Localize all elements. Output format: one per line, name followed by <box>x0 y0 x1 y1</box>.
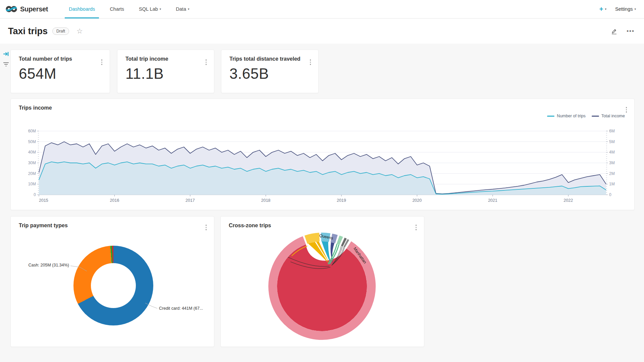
svg-text:1M: 1M <box>609 182 615 186</box>
new-item-button[interactable]: + ▾ <box>599 5 606 13</box>
svg-text:40M: 40M <box>28 150 36 155</box>
svg-text:60M: 60M <box>28 129 36 133</box>
svg-text:2017: 2017 <box>185 198 195 203</box>
chart-menu-icon[interactable] <box>309 58 313 66</box>
nav-item-label: Charts <box>110 6 124 12</box>
svg-text:20M: 20M <box>28 171 36 176</box>
kpi-card-total-trips: Total number of trips 654M <box>10 50 110 93</box>
filter-icon[interactable] <box>3 62 9 68</box>
svg-text:2021: 2021 <box>488 198 497 203</box>
favorite-star-icon[interactable]: ☆ <box>76 27 83 35</box>
legend-label: Number of trips <box>557 114 585 118</box>
kpi-card-trip-income: Total trip income 11.1B <box>117 50 214 93</box>
chevron-down-icon: ▾ <box>160 7 161 11</box>
legend-item[interactable]: Total income <box>592 114 625 118</box>
svg-text:10M: 10M <box>28 182 36 186</box>
payment-donut-chart[interactable] <box>73 246 153 325</box>
cross-zone-card: Cross-zone trips QueensManhattan <box>220 216 424 347</box>
settings-menu[interactable]: Settings ▾ <box>615 6 636 12</box>
kpi-value: 3.65B <box>229 65 269 82</box>
kpi-title: Total number of trips <box>19 56 72 62</box>
donut-hole <box>91 263 136 308</box>
chart-title: Trip payment types <box>19 223 68 229</box>
chevron-down-icon: ▾ <box>188 7 190 11</box>
chart-menu-icon[interactable] <box>625 106 629 114</box>
chart-menu-icon[interactable] <box>414 223 418 232</box>
status-badge: Draft <box>52 27 69 35</box>
kpi-title: Trips total distance traveled <box>229 56 301 62</box>
dashboard-header: Taxi trips Draft ☆ ••• <box>0 19 644 44</box>
top-navbar: Superset Dashboards Charts SQL Lab ▾ Dat… <box>0 0 644 18</box>
svg-text:50M: 50M <box>28 139 36 144</box>
chart-menu-icon[interactable] <box>204 223 208 232</box>
pie-label-cash: Cash: 205M (31.34%) <box>17 263 69 267</box>
svg-text:30M: 30M <box>28 161 36 165</box>
trips-income-card: Trips income Number of tripsTotal income… <box>10 99 635 210</box>
chart-legend: Number of tripsTotal income <box>547 114 625 118</box>
nav-item-sql-lab[interactable]: SQL Lab ▾ <box>131 0 168 18</box>
svg-text:2018: 2018 <box>261 198 270 203</box>
chart-menu-icon[interactable] <box>204 58 208 66</box>
more-actions-icon[interactable]: ••• <box>627 28 635 35</box>
payment-types-card: Trip payment types Cash: 205M (31.34%) C… <box>10 216 214 347</box>
legend-swatch <box>592 116 599 117</box>
superset-infinity-icon <box>5 5 17 13</box>
legend-label: Total income <box>601 114 625 118</box>
chevron-down-icon: ▾ <box>605 7 607 11</box>
nav-item-label: Dashboards <box>69 6 95 12</box>
svg-text:3M: 3M <box>609 161 615 165</box>
pie-label-credit: Credit card: 441M (67... <box>159 306 203 311</box>
svg-text:2015: 2015 <box>39 198 48 203</box>
chevron-down-icon: ▾ <box>634 7 636 11</box>
kpi-card-distance: Trips total distance traveled 3.65B <box>221 50 319 93</box>
chart-title: Trips income <box>19 105 52 111</box>
trips-income-canvas[interactable]: 010M20M30M40M50M60M01M2M3M4M5M6M20152016… <box>17 126 628 206</box>
brand-name: Superset <box>20 5 48 13</box>
expand-filter-bar-icon[interactable] <box>3 51 9 58</box>
svg-text:2016: 2016 <box>110 198 119 203</box>
legend-swatch <box>547 116 554 117</box>
nav-item-data[interactable]: Data ▾ <box>168 0 197 18</box>
svg-text:6M: 6M <box>609 129 615 133</box>
kpi-value: 654M <box>19 65 56 82</box>
svg-text:2M: 2M <box>609 171 615 176</box>
legend-item[interactable]: Number of trips <box>547 114 585 118</box>
superset-logo[interactable]: Superset <box>5 5 48 13</box>
chart-title: Cross-zone trips <box>229 223 271 229</box>
svg-text:0: 0 <box>34 192 36 197</box>
svg-text:2020: 2020 <box>412 198 422 203</box>
nav-item-charts[interactable]: Charts <box>102 0 131 18</box>
edit-pencil-icon[interactable] <box>610 27 618 35</box>
nav-item-dashboards[interactable]: Dashboards <box>61 0 102 18</box>
svg-text:0: 0 <box>609 192 611 197</box>
svg-text:5M: 5M <box>609 139 615 144</box>
svg-text:4M: 4M <box>609 150 615 155</box>
chart-menu-icon[interactable] <box>100 58 104 66</box>
svg-text:2019: 2019 <box>337 198 346 203</box>
page-title: Taxi trips <box>8 26 48 37</box>
nav-item-label: SQL Lab <box>139 6 158 12</box>
cross-zone-chord-canvas[interactable]: QueensManhattan <box>265 229 379 343</box>
plus-icon: + <box>599 5 603 13</box>
nav-item-label: Data <box>176 6 186 12</box>
settings-label: Settings <box>615 6 633 12</box>
svg-text:2022: 2022 <box>564 198 573 203</box>
kpi-title: Total trip income <box>125 56 168 62</box>
kpi-value: 11.1B <box>125 65 164 82</box>
